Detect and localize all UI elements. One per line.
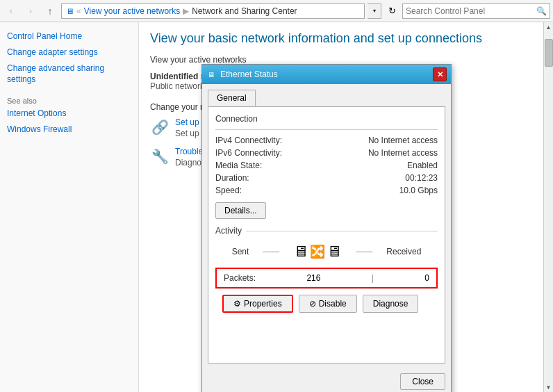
scrollbar: ▲ ▼ bbox=[543, 22, 553, 392]
page-title: View your basic network information and … bbox=[150, 31, 532, 47]
activity-label: Activity bbox=[215, 226, 242, 236]
packets-received-value: 0 bbox=[424, 273, 429, 283]
sidebar-item-windows-firewall[interactable]: Windows Firewall bbox=[7, 124, 131, 136]
address-bar: ‹ › ↑ 🖥 « View your active networks ▶ Ne… bbox=[0, 0, 553, 22]
speed-row: Speed: 10.0 Gbps bbox=[215, 186, 438, 195]
sidebar-item-internet-options[interactable]: Internet Options bbox=[7, 108, 131, 120]
sidebar-item-advanced-sharing[interactable]: Change advanced sharing settings bbox=[7, 63, 131, 86]
recv-dashes: —— bbox=[356, 247, 372, 256]
network-icon-group: 🖥 🔀 🖥 bbox=[293, 243, 342, 261]
ipv4-value: No Internet access bbox=[368, 136, 438, 145]
sidebar-item-adapter-settings[interactable]: Change adapter settings bbox=[7, 47, 131, 58]
refresh-button[interactable]: ↻ bbox=[384, 3, 399, 19]
setup-icon: 🔗 bbox=[150, 117, 170, 137]
sidebar-item-control-panel-home[interactable]: Control Panel Home bbox=[7, 31, 131, 42]
separator2: ▶ bbox=[183, 6, 189, 16]
activity-header: Activity bbox=[215, 226, 438, 236]
dialog-title-icon: 🖥 bbox=[206, 70, 216, 79]
back-button[interactable]: ‹ bbox=[3, 3, 19, 19]
path-current: Network and Sharing Center bbox=[192, 6, 297, 16]
main-layout: Control Panel Home Change adapter settin… bbox=[0, 22, 553, 392]
close-row: Close bbox=[202, 369, 451, 392]
media-row: Media State: Enabled bbox=[215, 161, 438, 170]
media-value: Enabled bbox=[407, 161, 438, 170]
properties-button[interactable]: ⚙ Properties bbox=[222, 295, 293, 313]
network-switch-icon: 🔀 bbox=[310, 244, 325, 259]
separator1: « bbox=[76, 6, 81, 16]
path-icon: 🖥 bbox=[66, 7, 74, 15]
disable-icon: ⊘ bbox=[309, 299, 316, 309]
ipv4-label: IPv4 Connectivity: bbox=[215, 136, 282, 145]
sidebar: Control Panel Home Change adapter settin… bbox=[0, 22, 139, 392]
media-label: Media State: bbox=[215, 161, 262, 170]
scroll-thumb[interactable] bbox=[545, 39, 553, 67]
dialog-titlebar: 🖥 Ethernet Status ✕ bbox=[202, 65, 451, 84]
details-button[interactable]: Details... bbox=[215, 202, 266, 219]
duration-label: Duration: bbox=[215, 173, 249, 183]
ipv6-label: IPv6 Connectivity: bbox=[215, 148, 282, 158]
computer-icon-left: 🖥 bbox=[293, 243, 308, 261]
computer-icon-right: 🖥 bbox=[327, 243, 342, 261]
properties-icon: ⚙ bbox=[233, 299, 241, 309]
packets-label: Packets: bbox=[224, 273, 256, 283]
tab-general[interactable]: General bbox=[208, 90, 256, 106]
activity-visual: Sent —— 🖥 🔀 🖥 —— Received bbox=[215, 243, 438, 261]
dialog-title-left: 🖥 Ethernet Status bbox=[206, 70, 278, 79]
ipv6-row: IPv6 Connectivity: No Internet access bbox=[215, 148, 438, 158]
packets-row: Packets: 216 | 0 bbox=[215, 268, 438, 288]
packets-sent-value: 216 bbox=[306, 273, 320, 283]
path-network-internet[interactable]: View your active networks bbox=[84, 6, 181, 16]
ipv4-row: IPv4 Connectivity: No Internet access bbox=[215, 136, 438, 145]
up-button[interactable]: ↑ bbox=[42, 3, 58, 19]
forward-button[interactable]: › bbox=[22, 3, 39, 19]
dialog-title-text: Ethernet Status bbox=[220, 70, 278, 79]
search-box: 🔍 bbox=[402, 3, 550, 19]
see-also-title: See also bbox=[7, 97, 131, 105]
computer-icons: 🖥 🔀 🖥 bbox=[293, 243, 342, 261]
disable-label: Disable bbox=[319, 299, 347, 309]
dialog-close-button[interactable]: ✕ bbox=[433, 67, 447, 81]
ipv6-value: No Internet access bbox=[368, 148, 438, 158]
duration-row: Duration: 00:12:23 bbox=[215, 173, 438, 183]
speed-label: Speed: bbox=[215, 186, 242, 195]
scroll-down-arrow[interactable]: ▼ bbox=[544, 382, 554, 392]
duration-value: 00:12:23 bbox=[405, 173, 438, 183]
activity-line bbox=[246, 231, 438, 231]
content-area: View your basic network information and … bbox=[139, 22, 543, 392]
activity-section: Activity Sent —— 🖥 🔀 🖥 bbox=[215, 226, 438, 288]
dialog-body: Connection IPv4 Connectivity: No Interne… bbox=[208, 106, 445, 364]
troubleshoot-icon: 🔧 bbox=[150, 147, 170, 166]
address-dropdown[interactable]: ▾ bbox=[368, 3, 381, 19]
diagnose-button[interactable]: Diagnose bbox=[363, 295, 419, 313]
scroll-up-arrow[interactable]: ▲ bbox=[544, 22, 554, 32]
diagnose-label: Diagnose bbox=[373, 299, 408, 309]
dialog-footer: ⚙ Properties ⊘ Disable Diagnose bbox=[215, 288, 438, 318]
sent-dashes: —— bbox=[263, 247, 279, 256]
scroll-track bbox=[544, 32, 553, 382]
search-submit-button[interactable]: 🔍 bbox=[536, 6, 547, 16]
ethernet-status-dialog: 🖥 Ethernet Status ✕ General Connection I… bbox=[201, 64, 452, 392]
dialog-content: General Connection IPv4 Connectivity: No… bbox=[202, 84, 451, 369]
packets-divider: | bbox=[372, 273, 374, 283]
close-button[interactable]: Close bbox=[400, 373, 445, 390]
sent-label: Sent bbox=[232, 247, 249, 256]
search-input[interactable] bbox=[406, 6, 536, 16]
address-path: 🖥 « View your active networks ▶ Network … bbox=[61, 3, 365, 19]
properties-label: Properties bbox=[244, 299, 282, 309]
connection-line bbox=[215, 129, 438, 130]
speed-value: 10.0 Gbps bbox=[399, 186, 438, 195]
disable-button[interactable]: ⊘ Disable bbox=[299, 295, 357, 313]
connection-section-header: Connection bbox=[215, 114, 438, 124]
received-label: Received bbox=[386, 247, 421, 256]
dialog-tabs: General bbox=[208, 90, 445, 106]
